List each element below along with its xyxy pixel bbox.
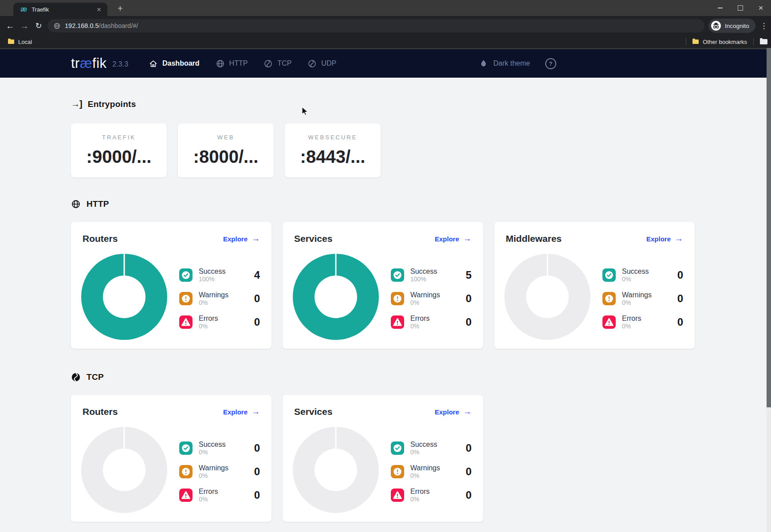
- card-title: Services: [294, 233, 332, 244]
- stat-errors: Errors0% 0: [391, 311, 472, 333]
- card-title: Routers: [83, 406, 118, 417]
- stat-warnings: Warnings0% 0: [602, 288, 683, 309]
- incognito-label: Incognito: [725, 23, 749, 29]
- success-icon: [391, 441, 404, 455]
- nav-tcp[interactable]: TCP: [264, 59, 291, 68]
- error-icon: [179, 315, 193, 329]
- http-heading: HTTP: [71, 199, 109, 209]
- http-services-card: Services Explore→ Success100% 5 Warnings…: [283, 222, 483, 349]
- new-tab-button[interactable]: +: [114, 2, 127, 15]
- entrypoint-card-web: WEB :8000/...: [178, 123, 274, 177]
- entrypoint-card-websecure: WEBSECURE :8443/...: [285, 123, 381, 177]
- explore-link[interactable]: Explore→: [435, 234, 472, 244]
- help-icon[interactable]: ?: [545, 58, 556, 69]
- incognito-icon: [711, 20, 721, 31]
- stat-errors: Errors0% 0: [179, 311, 260, 333]
- bookmark-local[interactable]: Local: [8, 39, 32, 45]
- stat-success: Success0% 0: [179, 437, 260, 459]
- separator: [753, 38, 754, 45]
- error-icon: [391, 315, 404, 329]
- stat-warnings: Warnings0% 0: [391, 461, 472, 482]
- traefik-logo: træfik 2.3.3: [71, 49, 128, 78]
- explore-link[interactable]: Explore→: [435, 407, 472, 417]
- stat-errors: Errors0% 0: [391, 485, 472, 506]
- browser-titlebar: æ Traefik × + ×: [0, 0, 771, 16]
- tcp-routers-card: Routers Explore→ Success0% 0 Warnings0% …: [71, 395, 271, 522]
- site-globe-icon: [54, 23, 60, 29]
- stat-success: Success100% 4: [179, 264, 260, 286]
- scrollbar-thumb[interactable]: [767, 48, 771, 407]
- http-routers-card: Routers Explore→ Success100% 4 Warnings0…: [71, 222, 271, 349]
- donut-chart: [504, 254, 590, 340]
- success-icon: [602, 268, 616, 282]
- success-icon: [179, 268, 193, 282]
- error-icon: [179, 489, 193, 502]
- explore-link[interactable]: Explore→: [646, 234, 683, 244]
- arrow-right-icon: →: [463, 234, 472, 244]
- mouse-cursor: [300, 106, 311, 116]
- stat-success: Success0% 0: [602, 264, 683, 286]
- address-bar[interactable]: 192.168.0.5/dashboard/#/: [47, 19, 704, 32]
- warning-icon: [179, 292, 193, 305]
- window-controls: ×: [710, 0, 771, 16]
- stat-warnings: Warnings0% 0: [179, 461, 260, 482]
- warning-icon: [179, 465, 193, 478]
- donut-chart: [293, 427, 379, 513]
- warning-icon: [391, 292, 404, 305]
- page-scrollbar[interactable]: [767, 48, 771, 532]
- error-icon: [391, 489, 404, 502]
- card-title: Services: [294, 406, 332, 417]
- window-minimize-icon[interactable]: [710, 0, 730, 16]
- stat-errors: Errors0% 0: [602, 311, 683, 333]
- donut-chart: [293, 254, 379, 340]
- home-icon: [149, 59, 158, 68]
- tcp-services-card: Services Explore→ Success0% 0 Warnings0%…: [283, 395, 483, 522]
- donut-chart: [81, 427, 167, 513]
- explore-link[interactable]: Explore→: [223, 234, 260, 244]
- success-icon: [391, 268, 404, 282]
- arrow-right-icon: →: [463, 407, 472, 417]
- nav-http[interactable]: HTTP: [216, 59, 248, 68]
- reload-icon[interactable]: ↻: [31, 16, 46, 35]
- error-icon: [602, 315, 616, 329]
- stat-warnings: Warnings0% 0: [391, 288, 472, 309]
- back-icon[interactable]: ←: [3, 16, 18, 35]
- nav-dashboard[interactable]: Dashboard: [149, 59, 200, 68]
- donut-chart: [81, 254, 167, 340]
- traefik-favicon: æ: [20, 5, 27, 14]
- incognito-badge: Incognito: [708, 19, 755, 33]
- udp-icon: [307, 59, 317, 68]
- globe-icon: [71, 199, 81, 209]
- browser-tab[interactable]: æ Traefik ×: [13, 3, 107, 16]
- separator: [686, 38, 686, 45]
- window-close-icon[interactable]: ×: [751, 0, 771, 16]
- browser-menu-icon[interactable]: ⋮: [757, 16, 771, 35]
- stat-errors: Errors0% 0: [179, 485, 260, 506]
- explore-link[interactable]: Explore→: [223, 407, 260, 417]
- card-title: Middlewares: [506, 233, 562, 244]
- dark-theme-droplet-icon: [479, 59, 488, 68]
- arrow-right-icon: →: [675, 234, 683, 244]
- nav-udp[interactable]: UDP: [307, 59, 336, 68]
- stat-success: Success0% 0: [391, 437, 472, 459]
- forward-icon[interactable]: →: [17, 16, 32, 35]
- tcp-icon: [264, 59, 273, 68]
- other-bookmarks-button[interactable]: Other bookmarks: [692, 39, 747, 45]
- globe-icon: [216, 59, 225, 68]
- card-title: Routers: [83, 233, 118, 244]
- tab-close-icon[interactable]: ×: [95, 6, 103, 13]
- http-middlewares-card: Middlewares Explore→ Success0% 0 Warning…: [494, 222, 695, 349]
- browser-toolbar: ← → ↻ 192.168.0.5/dashboard/#/ Incognito…: [0, 16, 771, 35]
- arrow-right-icon: →: [252, 234, 260, 244]
- dark-theme-toggle[interactable]: Dark theme: [479, 59, 530, 68]
- folder-icon: [692, 39, 699, 44]
- bookmarks-bar: Local Other bookmarks: [0, 35, 771, 49]
- window-maximize-icon[interactable]: [730, 0, 751, 16]
- side-panel-folder-icon[interactable]: [760, 39, 767, 44]
- arrow-right-icon: →: [252, 407, 260, 417]
- traefik-navbar: træfik 2.3.3 Dashboard HTTP TCP: [0, 49, 767, 78]
- folder-icon: [8, 39, 14, 44]
- warning-icon: [602, 292, 616, 305]
- version-label: 2.3.3: [113, 60, 129, 68]
- entrypoints-icon: →]: [71, 99, 82, 109]
